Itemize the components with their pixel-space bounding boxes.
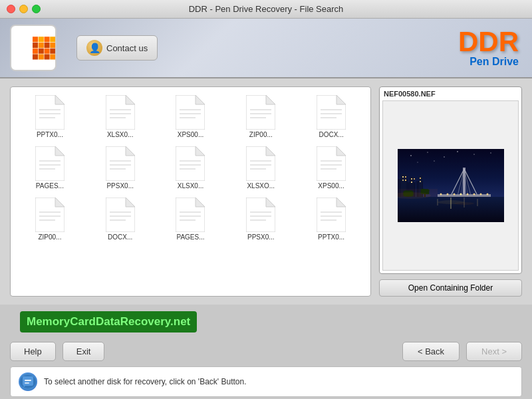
- file-icon: [176, 146, 205, 181]
- close-button[interactable]: [7, 5, 15, 13]
- file-icon: [106, 146, 135, 181]
- file-item[interactable]: ZIP00...: [227, 92, 295, 141]
- svg-point-95: [457, 151, 458, 152]
- open-folder-button[interactable]: Open Containing Folder: [379, 279, 522, 297]
- preview-box: NEF00580.NEF: [379, 86, 522, 274]
- svg-rect-9: [39, 49, 44, 54]
- preview-image-area: [382, 100, 519, 271]
- svg-point-129: [479, 194, 481, 196]
- svg-rect-6: [45, 43, 50, 48]
- svg-point-99: [434, 160, 434, 161]
- back-button[interactable]: < Back: [402, 342, 460, 361]
- svg-marker-27: [196, 95, 205, 104]
- file-item[interactable]: DOCX...: [86, 195, 154, 243]
- file-icon: [246, 198, 275, 232]
- file-label: PAGES...: [176, 233, 204, 241]
- svg-rect-149: [25, 380, 31, 381]
- svg-point-128: [473, 194, 475, 196]
- svg-rect-5: [39, 43, 44, 48]
- svg-marker-87: [336, 198, 346, 207]
- svg-marker-17: [55, 95, 65, 104]
- file-item[interactable]: XLSX0...: [86, 92, 154, 141]
- svg-rect-12: [33, 54, 38, 59]
- file-item[interactable]: PAGES...: [16, 144, 84, 192]
- svg-point-93: [427, 152, 428, 152]
- help-button[interactable]: Help: [10, 342, 56, 361]
- file-label: ZIP00...: [249, 131, 273, 138]
- svg-rect-0: [33, 37, 38, 42]
- svg-rect-114: [420, 181, 421, 182]
- file-item[interactable]: XPS00...: [297, 144, 365, 192]
- preview-panel: NEF00580.NEF: [379, 86, 522, 297]
- svg-marker-22: [126, 95, 135, 104]
- contact-icon: 👤: [86, 40, 102, 56]
- file-item[interactable]: XPS00...: [157, 92, 225, 141]
- preview-image: [398, 149, 504, 222]
- svg-rect-13: [39, 54, 44, 59]
- svg-rect-7: [51, 43, 55, 48]
- bottom-controls: Help Exit < Back Next >: [0, 336, 532, 366]
- svg-point-124: [446, 194, 448, 196]
- file-item[interactable]: ZIP00...: [16, 195, 84, 243]
- main-content: PPTX0... XLSX0... XPS00... ZIP00... DOCX…: [0, 78, 532, 305]
- file-label: XPS00...: [178, 131, 203, 138]
- file-item[interactable]: XLSX0...: [157, 144, 225, 192]
- svg-rect-3: [51, 37, 55, 42]
- svg-rect-2: [45, 37, 50, 42]
- svg-marker-32: [266, 95, 275, 104]
- file-item[interactable]: DOCX...: [297, 92, 365, 141]
- svg-marker-72: [126, 198, 135, 207]
- file-item[interactable]: XLSXO...: [227, 144, 295, 192]
- file-item[interactable]: PPTX0...: [16, 92, 84, 141]
- file-icon: [106, 198, 135, 232]
- svg-rect-11: [51, 49, 55, 54]
- svg-point-92: [410, 155, 412, 156]
- contact-button[interactable]: 👤 Contact us: [76, 35, 158, 61]
- svg-rect-106: [402, 176, 404, 178]
- info-message: To select another disk for recovery, cli…: [44, 377, 247, 386]
- info-bar: To select another disk for recovery, cli…: [10, 366, 522, 397]
- file-icon: [176, 95, 205, 130]
- svg-rect-110: [411, 178, 412, 180]
- title-bar: DDR - Pen Drive Recovery - File Search: [0, 0, 532, 19]
- file-item[interactable]: PPTX0...: [297, 195, 365, 243]
- svg-marker-62: [336, 146, 346, 156]
- app-logo: [10, 25, 57, 71]
- file-label: PPSX0...: [247, 233, 275, 241]
- info-icon: [19, 372, 37, 391]
- file-label: PPTX0...: [37, 131, 63, 138]
- svg-marker-47: [126, 146, 135, 156]
- header: 👤 Contact us DDR Pen Drive: [0, 19, 532, 78]
- svg-rect-112: [411, 182, 412, 183]
- file-label: XLSX0...: [107, 131, 133, 138]
- maximize-button[interactable]: [32, 5, 41, 13]
- svg-rect-10: [45, 49, 50, 54]
- exit-button[interactable]: Exit: [63, 342, 105, 361]
- svg-rect-111: [414, 178, 415, 180]
- file-icon: [106, 95, 135, 130]
- svg-rect-8: [33, 49, 38, 54]
- svg-point-123: [440, 194, 442, 196]
- svg-marker-57: [266, 146, 275, 156]
- svg-rect-4: [33, 43, 38, 48]
- svg-marker-42: [55, 146, 65, 156]
- svg-marker-82: [266, 198, 275, 207]
- file-item[interactable]: PPSX0...: [227, 195, 295, 243]
- file-item[interactable]: PAGES...: [157, 195, 225, 243]
- file-item[interactable]: PPSX0...: [86, 144, 154, 192]
- svg-rect-107: [405, 176, 406, 178]
- svg-marker-77: [196, 198, 205, 207]
- svg-rect-113: [420, 178, 421, 179]
- traffic-lights: [7, 5, 41, 13]
- svg-point-127: [466, 194, 468, 196]
- file-label: PPTX0...: [318, 233, 344, 241]
- svg-point-94: [444, 156, 444, 157]
- ddr-logo: DDR Pen Drive: [458, 28, 519, 68]
- svg-point-144: [454, 202, 474, 205]
- file-label: PAGES...: [36, 182, 64, 190]
- svg-rect-14: [45, 54, 50, 59]
- next-button[interactable]: Next >: [466, 342, 522, 361]
- file-label: ZIP00...: [38, 233, 61, 241]
- file-grid-container[interactable]: PPTX0... XLSX0... XPS00... ZIP00... DOCX…: [10, 86, 371, 297]
- minimize-button[interactable]: [19, 5, 28, 13]
